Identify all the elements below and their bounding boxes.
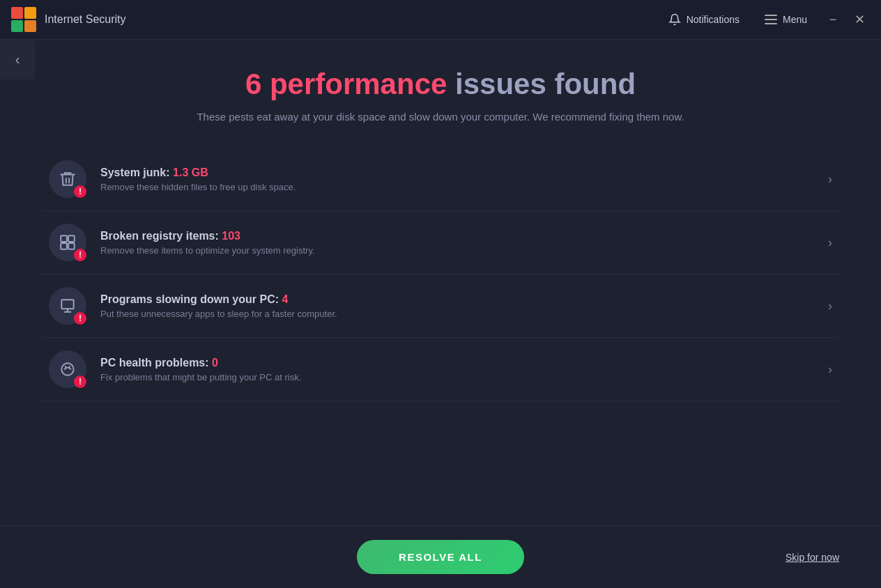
bell-icon <box>668 13 681 26</box>
issue-label: Programs slowing down your PC: <box>100 293 282 305</box>
page-title: 6 performance issues found <box>42 68 839 101</box>
health-icon <box>59 360 77 378</box>
svg-rect-4 <box>61 235 67 242</box>
alert-badge: ! <box>74 185 86 198</box>
notifications-button[interactable]: Notifications <box>659 9 749 30</box>
main-content: 6 performance issues found These pests e… <box>0 40 881 525</box>
chevron-right-icon: › <box>828 299 832 314</box>
skip-button[interactable]: Skip for now <box>786 552 839 563</box>
issue-title: Broken registry items: 103 <box>100 230 817 242</box>
chevron-right-icon: › <box>828 235 832 250</box>
issue-icon-wrap: ! <box>49 287 86 325</box>
back-button[interactable]: ‹ <box>0 40 35 79</box>
notifications-label: Notifications <box>687 14 740 25</box>
trash-icon <box>59 170 77 188</box>
list-item[interactable]: ! Programs slowing down your PC: 4 Put t… <box>42 274 839 338</box>
title-word2: issues found <box>455 68 636 100</box>
issue-title: Programs slowing down your PC: 4 <box>100 293 817 306</box>
issue-title: System junk: 1.3 GB <box>100 167 817 179</box>
svg-rect-7 <box>68 243 75 249</box>
title-word1: performance <box>261 68 447 100</box>
issue-text: PC health problems: 0 Fix problems that … <box>100 357 817 382</box>
issue-value: 4 <box>282 293 288 305</box>
registry-icon <box>59 233 77 252</box>
alert-badge: ! <box>74 376 86 388</box>
svg-rect-1 <box>24 7 36 19</box>
issue-value: 103 <box>222 230 240 242</box>
logo: Internet Security <box>11 7 126 32</box>
app-name: Internet Security <box>45 13 126 26</box>
title-performance: 6 performance <box>245 68 455 100</box>
svg-rect-8 <box>61 300 73 309</box>
list-item[interactable]: ! System junk: 1.3 GB Remove these hidde… <box>42 148 839 211</box>
chevron-right-icon: › <box>828 172 832 187</box>
issue-description: Remove these hidden files to free up dis… <box>100 182 817 192</box>
resolve-all-button[interactable]: RESOLVE ALL <box>357 540 524 574</box>
list-item[interactable]: ! Broken registry items: 103 Remove thes… <box>42 211 839 274</box>
menu-lines-icon <box>765 15 777 24</box>
avg-logo-icon <box>11 7 36 32</box>
svg-rect-2 <box>11 20 23 32</box>
programs-icon <box>59 297 77 315</box>
svg-rect-3 <box>24 20 36 32</box>
issue-value: 1.3 GB <box>173 167 208 178</box>
svg-rect-6 <box>61 243 67 249</box>
issue-icon-wrap: ! <box>49 350 86 388</box>
footer: RESOLVE ALL Skip for now <box>0 525 881 588</box>
header-controls: Notifications Menu − ✕ <box>659 9 870 30</box>
issue-title: PC health problems: 0 <box>100 357 817 369</box>
back-icon: ‹ <box>15 52 20 68</box>
svg-rect-0 <box>11 7 23 19</box>
list-item[interactable]: ! PC health problems: 0 Fix problems tha… <box>42 338 839 401</box>
issue-text: System junk: 1.3 GB Remove these hidden … <box>100 167 817 192</box>
menu-label: Menu <box>783 14 807 25</box>
issue-icon-wrap: ! <box>49 160 86 198</box>
issue-list: ! System junk: 1.3 GB Remove these hidde… <box>42 148 839 401</box>
issue-description: Remove these items to optimize your syst… <box>100 245 817 256</box>
issue-label: System junk: <box>100 167 173 178</box>
issue-icon-wrap: ! <box>49 224 86 261</box>
issue-text: Programs slowing down your PC: 4 Put the… <box>100 293 817 319</box>
issue-description: Fix problems that might be putting your … <box>100 372 817 382</box>
title-number: 6 <box>245 68 261 100</box>
menu-button[interactable]: Menu <box>755 10 817 29</box>
issue-label: PC health problems: <box>100 357 212 369</box>
chevron-right-icon: › <box>828 362 832 377</box>
svg-point-9 <box>61 363 73 375</box>
issue-description: Put these unnecessary apps to sleep for … <box>100 309 817 319</box>
issue-label: Broken registry items: <box>100 230 222 242</box>
minimize-button[interactable]: − <box>822 9 843 30</box>
alert-badge: ! <box>74 312 86 325</box>
issue-text: Broken registry items: 103 Remove these … <box>100 230 817 256</box>
page-subtitle: These pests eat away at your disk space … <box>42 111 839 123</box>
issue-value: 0 <box>212 357 218 369</box>
alert-badge: ! <box>74 249 86 261</box>
svg-rect-5 <box>68 235 75 242</box>
close-button[interactable]: ✕ <box>849 9 870 30</box>
header: Internet Security Notifications Menu − ✕ <box>0 0 881 40</box>
